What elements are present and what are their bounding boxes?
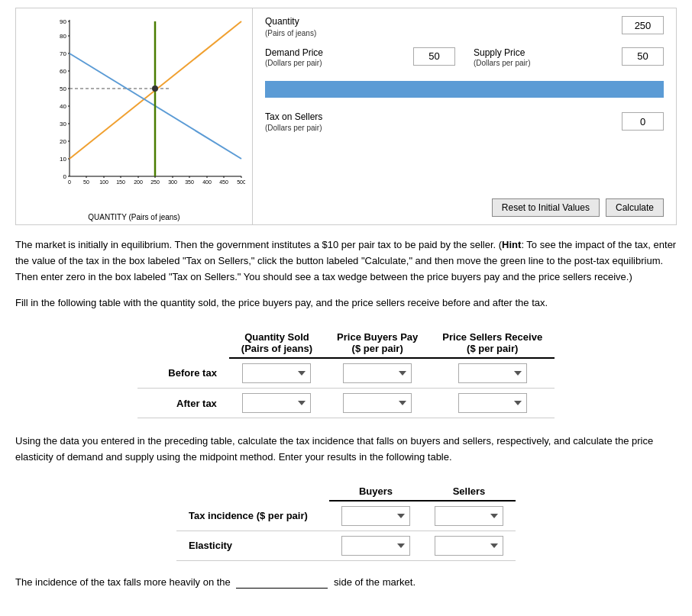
bottom-text-blank bbox=[236, 576, 328, 589]
x-axis-label: QUANTITY (Pairs of jeans) bbox=[88, 213, 179, 221]
demand-price-input[interactable] bbox=[413, 47, 455, 66]
svg-text:0: 0 bbox=[63, 173, 67, 180]
svg-text:20: 20 bbox=[60, 138, 66, 145]
tax-incidence-sellers-dropdown[interactable]: 5 10 bbox=[435, 506, 503, 526]
col3-header: Price Sellers Receive ($ per pair) bbox=[430, 328, 555, 358]
table-row: Elasticity 1 2 1 2 bbox=[176, 531, 516, 560]
tax-label: Tax on Sellers bbox=[265, 111, 613, 124]
price-row: Demand Price (Dollars per pair) Supply P… bbox=[265, 47, 664, 68]
supply-price-input[interactable] bbox=[622, 47, 664, 66]
svg-text:10: 10 bbox=[60, 156, 66, 163]
after-tax-sellers-price-cell: 40 45 50 bbox=[430, 389, 555, 418]
svg-text:350: 350 bbox=[185, 179, 194, 185]
reset-button[interactable]: Reset to Initial Values bbox=[492, 198, 600, 217]
tax-incidence-buyers-cell: 5 10 bbox=[329, 501, 422, 531]
sellers-header: Sellers bbox=[422, 482, 516, 501]
before-tax-qty-cell: 200 250 300 bbox=[229, 358, 325, 389]
before-tax-label: Before tax bbox=[137, 358, 229, 389]
svg-text:100: 100 bbox=[99, 179, 108, 185]
table2-container: Buyers Sellers Tax incidence ($ per pair… bbox=[15, 476, 677, 561]
quantity-row: Quantity (Pairs of jeans) bbox=[265, 16, 664, 38]
quantity-input[interactable] bbox=[622, 16, 664, 34]
after-tax-buyers-price-cell: 50 55 60 bbox=[325, 389, 430, 418]
table1-container: Quantity Sold (Pairs of jeans) Price Buy… bbox=[15, 322, 677, 418]
svg-text:50: 50 bbox=[83, 179, 89, 185]
supply-price-sublabel: (Dollars per pair) bbox=[474, 59, 613, 67]
svg-text:60: 60 bbox=[60, 68, 66, 75]
after-tax-qty-cell: 200 250 300 bbox=[229, 389, 325, 418]
hint-label: Hint bbox=[502, 239, 521, 250]
tax-incidence-buyers-dropdown[interactable]: 5 10 bbox=[341, 506, 410, 526]
buyers-header: Buyers bbox=[329, 482, 422, 501]
quantity-sublabel: (Pairs of jeans) bbox=[265, 28, 613, 38]
bottom-text-prefix: The incidence of the tax falls more heav… bbox=[15, 576, 231, 588]
table-row: After tax 200 250 300 50 55 60 bbox=[137, 389, 555, 418]
table1: Quantity Sold (Pairs of jeans) Price Buy… bbox=[137, 328, 555, 418]
elasticity-buyers-dropdown[interactable]: 1 2 bbox=[341, 536, 410, 556]
svg-point-47 bbox=[152, 85, 158, 92]
elasticity-buyers-cell: 1 2 bbox=[329, 531, 422, 560]
svg-text:90: 90 bbox=[60, 18, 66, 25]
chart-area: 0 10 20 30 40 50 60 70 80 90 bbox=[16, 8, 253, 224]
before-tax-sellers-price-dropdown[interactable]: 50 60 bbox=[458, 363, 527, 383]
supply-price-label: Supply Price bbox=[474, 47, 613, 60]
table-row: Tax incidence ($ per pair) 5 10 5 10 bbox=[176, 501, 516, 531]
after-tax-label: After tax bbox=[137, 389, 229, 418]
svg-text:200: 200 bbox=[134, 179, 143, 185]
bottom-text: The incidence of the tax falls more heav… bbox=[15, 576, 677, 589]
before-tax-buyers-price-cell: 50 60 bbox=[325, 358, 430, 389]
table-row: Before tax 200 250 300 50 60 bbox=[137, 358, 555, 389]
instruction-paragraph-1: The market is initially in equilibrium. … bbox=[15, 237, 677, 285]
demand-price-sublabel: (Dollars per pair) bbox=[265, 59, 404, 67]
after-tax-buyers-price-dropdown[interactable]: 50 55 60 bbox=[343, 393, 412, 413]
col1-header: Quantity Sold (Pairs of jeans) bbox=[229, 328, 325, 358]
svg-text:30: 30 bbox=[60, 121, 66, 127]
bottom-text-suffix: side of the market. bbox=[334, 576, 416, 588]
svg-text:80: 80 bbox=[60, 33, 66, 40]
svg-text:70: 70 bbox=[60, 50, 66, 57]
svg-text:150: 150 bbox=[116, 179, 125, 185]
svg-text:300: 300 bbox=[168, 179, 177, 185]
elasticity-label: Elasticity bbox=[176, 531, 329, 560]
top-section: 0 10 20 30 40 50 60 70 80 90 bbox=[15, 8, 677, 225]
svg-text:500: 500 bbox=[237, 179, 245, 185]
buttons-row: Reset to Initial Values Calculate bbox=[265, 191, 664, 217]
blue-bar bbox=[265, 81, 664, 98]
col2-header: Price Buyers Pay ($ per pair) bbox=[325, 328, 430, 358]
before-tax-qty-dropdown[interactable]: 200 250 300 bbox=[242, 363, 311, 383]
after-tax-qty-dropdown[interactable]: 200 250 300 bbox=[242, 393, 311, 413]
chart-svg: 0 10 20 30 40 50 60 70 80 90 bbox=[47, 16, 245, 192]
instruction1-text: The market is initially in equilibrium. … bbox=[15, 239, 502, 250]
instruction-paragraph-3: Using the data you entered in the preced… bbox=[15, 434, 677, 466]
tax-incidence-label: Tax incidence ($ per pair) bbox=[176, 501, 329, 531]
table2: Buyers Sellers Tax incidence ($ per pair… bbox=[176, 482, 516, 561]
quantity-label: Quantity bbox=[265, 16, 613, 28]
tax-sublabel: (Dollars per pair) bbox=[265, 124, 613, 132]
svg-text:250: 250 bbox=[150, 179, 160, 185]
tax-row: Tax on Sellers (Dollars per pair) bbox=[265, 111, 664, 132]
tax-incidence-sellers-cell: 5 10 bbox=[422, 501, 516, 531]
before-tax-sellers-price-cell: 50 60 bbox=[430, 358, 555, 389]
calculate-button[interactable]: Calculate bbox=[606, 198, 664, 217]
elasticity-sellers-dropdown[interactable]: 1 2 bbox=[435, 536, 503, 556]
before-tax-buyers-price-dropdown[interactable]: 50 60 bbox=[343, 363, 412, 383]
demand-price-label: Demand Price bbox=[265, 47, 404, 60]
svg-text:450: 450 bbox=[219, 179, 228, 185]
svg-text:0: 0 bbox=[68, 179, 71, 185]
after-tax-sellers-price-dropdown[interactable]: 40 45 50 bbox=[458, 393, 527, 413]
tax-input[interactable] bbox=[622, 112, 664, 131]
svg-text:40: 40 bbox=[60, 103, 66, 110]
svg-text:400: 400 bbox=[202, 179, 212, 185]
controls-panel: Quantity (Pairs of jeans) Demand Price (… bbox=[253, 8, 676, 224]
svg-text:50: 50 bbox=[60, 85, 66, 92]
elasticity-sellers-cell: 1 2 bbox=[422, 531, 516, 560]
instruction-paragraph-2: Fill in the following table with the qua… bbox=[15, 295, 677, 311]
